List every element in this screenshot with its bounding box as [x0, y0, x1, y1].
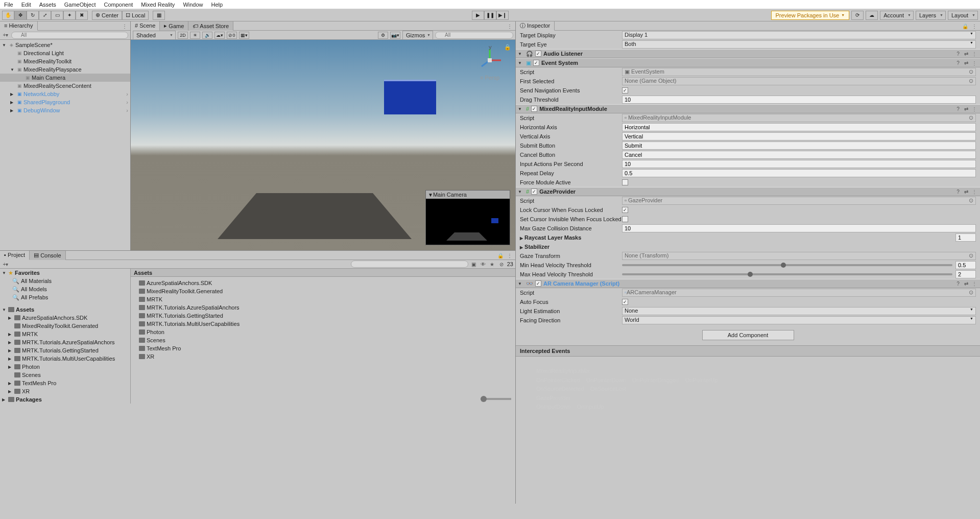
tools-icon[interactable]: ⚙ — [378, 32, 388, 39]
scene-object-ground[interactable] — [218, 193, 412, 239]
preset-icon[interactable]: ⇄ — [963, 59, 970, 66]
menu-icon[interactable]: ⋮ — [971, 280, 978, 287]
scene-root[interactable]: ▼ ◈ SampleScene* — [0, 41, 130, 49]
pivot-toggle[interactable]: ⊕Center — [92, 11, 122, 20]
hierarchy-item[interactable]: ▣MixedRealityToolkit — [0, 57, 130, 65]
hierarchy-item[interactable]: ▣Directional Light — [0, 49, 130, 57]
add-component-button[interactable]: Add Component — [702, 330, 794, 340]
chevron-right-icon[interactable]: › — [126, 99, 128, 105]
2d-toggle[interactable]: 2D — [178, 32, 188, 39]
folder-item[interactable]: ▶MRTK.Tutorials.GettingStarted — [0, 346, 130, 355]
fx-toggle[interactable]: ☁▾ — [214, 32, 225, 39]
inspector-body[interactable]: Target Display Display 1 Target Eye Both… — [516, 31, 980, 504]
hierarchy-tab[interactable]: ≡Hierarchy — [0, 21, 38, 31]
light-estimation-dropdown[interactable]: None — [622, 307, 976, 315]
asset-folder[interactable]: MRTK.Tutorials.MultiUserCapabilities — [131, 320, 515, 328]
min-head-value[interactable] — [955, 261, 976, 269]
component-event-system[interactable]: ▼▣ ✓ Event System ?⇄⋮ — [516, 58, 980, 67]
gizmos-dropdown[interactable]: Gizmos — [402, 31, 433, 40]
object-field[interactable]: None (Game Object) — [622, 77, 976, 85]
grid-toggle[interactable]: ▦▾ — [239, 32, 249, 39]
lock-icon[interactable]: 🔒 — [962, 22, 969, 30]
preview-packages-button[interactable]: Preview Packages in Use▼ — [771, 11, 850, 20]
camera-icon[interactable]: 📷▾ — [390, 32, 400, 39]
scene-viewport[interactable]: y ≡ Persp 🔒 ▼ Main Camera — [131, 40, 515, 250]
transform-tool[interactable]: ✦ — [63, 11, 76, 20]
project-content[interactable]: Assets AzureSpatialAnchors.SDK MixedReal… — [131, 269, 515, 404]
create-dropdown[interactable]: +▾ — [2, 261, 9, 268]
hierarchy-tree[interactable]: ▼ ◈ SampleScene* ▣Directional Light ▣Mix… — [0, 40, 130, 250]
folder-item[interactable]: ▶XR — [0, 387, 130, 395]
folder-item[interactable]: ▶TextMesh Pro — [0, 379, 130, 387]
actions-per-sec-input[interactable] — [622, 160, 976, 168]
hierarchy-item-prefab[interactable]: ▶▣SharedPlayground› — [0, 98, 130, 106]
help-icon[interactable]: ? — [954, 188, 962, 195]
favorites-root[interactable]: ▼★ Favorites — [0, 269, 130, 277]
orientation-gizmo[interactable]: y ≡ Persp — [474, 45, 505, 76]
audio-toggle[interactable]: 🔊 — [202, 32, 212, 39]
auto-focus-checkbox[interactable]: ✓ — [622, 299, 628, 305]
raycast-count-input[interactable] — [955, 233, 976, 242]
rect-tool[interactable]: ▭ — [51, 11, 63, 20]
preset-icon[interactable]: ⇄ — [963, 50, 970, 57]
hidden-toggle[interactable]: ⊘0 — [227, 32, 237, 39]
project-tab[interactable]: ▪Project — [0, 251, 30, 260]
scale-tool[interactable]: ⤢ — [39, 11, 51, 20]
script-field[interactable]: ▫ MixedRealityInputModule — [622, 114, 976, 122]
lock-cursor-checkbox[interactable]: ✓ — [622, 207, 628, 213]
component-enabled-checkbox[interactable]: ✓ — [533, 60, 539, 66]
lock-icon[interactable]: 🔒 — [497, 252, 504, 259]
component-enabled-checkbox[interactable]: ✓ — [531, 188, 537, 195]
expand-icon[interactable]: ▼ — [10, 67, 16, 72]
component-input-module[interactable]: ▼# ✓ MixedRealityInputModule ?⇄⋮ — [516, 104, 980, 113]
star-icon[interactable]: ★ — [489, 261, 496, 268]
expand-icon[interactable]: ▶ — [10, 92, 16, 97]
send-nav-checkbox[interactable]: ✓ — [622, 87, 628, 93]
menu-help[interactable]: Help — [211, 2, 223, 8]
account-dropdown[interactable]: Account — [880, 11, 914, 20]
menu-gameobject[interactable]: GameObject — [64, 2, 96, 8]
gaze-transform-field[interactable]: None (Transform) — [622, 252, 976, 260]
folder-item[interactable]: ▶MRTK.Tutorials.MultiUserCapabilities — [0, 355, 130, 363]
vertical-axis-input[interactable] — [622, 132, 976, 140]
component-audio-listener[interactable]: ▼🎧 ✓ Audio Listener ?⇄⋮ — [516, 49, 980, 58]
custom-tool[interactable]: ✖ — [76, 11, 88, 20]
shading-mode-dropdown[interactable]: Shaded — [133, 31, 176, 40]
component-enabled-checkbox[interactable]: ✓ — [531, 106, 537, 112]
chevron-right-icon[interactable]: › — [126, 91, 128, 97]
packages-root[interactable]: ▶Packages — [0, 395, 130, 404]
menu-file[interactable]: File — [4, 2, 13, 8]
layers-dropdown[interactable]: Layers — [916, 11, 946, 20]
help-icon[interactable]: ? — [954, 280, 962, 287]
max-head-value[interactable] — [955, 270, 976, 278]
menu-window[interactable]: Window — [183, 2, 203, 8]
favorite-item[interactable]: 🔍 All Prefabs — [0, 293, 130, 301]
lighting-toggle[interactable]: ☀ — [190, 32, 200, 39]
project-search[interactable] — [351, 261, 468, 268]
folder-item[interactable]: MixedRealityToolkit.Generated — [0, 322, 130, 330]
asset-folder[interactable]: Photon — [131, 328, 515, 336]
max-head-slider[interactable] — [622, 273, 952, 275]
context-menu-icon[interactable]: ⋮ — [971, 22, 978, 30]
menu-icon[interactable]: ⋮ — [971, 188, 978, 195]
folder-item[interactable]: ▶MRTK — [0, 330, 130, 338]
assets-breadcrumb[interactable]: Assets — [131, 269, 515, 277]
hierarchy-item[interactable]: ▼▣MixedRealityPlayspace — [0, 65, 130, 74]
folder-item[interactable]: ▶Photon — [0, 363, 130, 371]
script-field[interactable]: ▫ GazeProvider — [622, 197, 976, 205]
folder-item[interactable]: ▶AzureSpatialAnchors.SDK — [0, 314, 130, 322]
chevron-right-icon[interactable]: › — [126, 107, 128, 113]
filter-icon[interactable]: ▣ — [470, 261, 477, 268]
cloud-button[interactable]: ☁ — [866, 11, 878, 20]
asset-folder[interactable]: TextMesh Pro — [131, 344, 515, 352]
target-eye-dropdown[interactable]: Both — [622, 40, 976, 49]
asset-store-tab[interactable]: 🏷Asset Store — [188, 21, 233, 31]
asset-folder[interactable]: Scenes — [131, 336, 515, 344]
hierarchy-item-prefab[interactable]: ▶▣NetworkLobby› — [0, 90, 130, 98]
context-menu-icon[interactable]: ⋮ — [506, 252, 513, 259]
rotate-tool[interactable]: ↻ — [27, 11, 39, 20]
asset-folder[interactable]: MRTK — [131, 295, 515, 303]
lock-icon[interactable]: 🔒 — [504, 44, 511, 51]
horizontal-axis-input[interactable] — [622, 123, 976, 131]
hierarchy-item-selected[interactable]: ▣Main Camera — [0, 74, 130, 82]
